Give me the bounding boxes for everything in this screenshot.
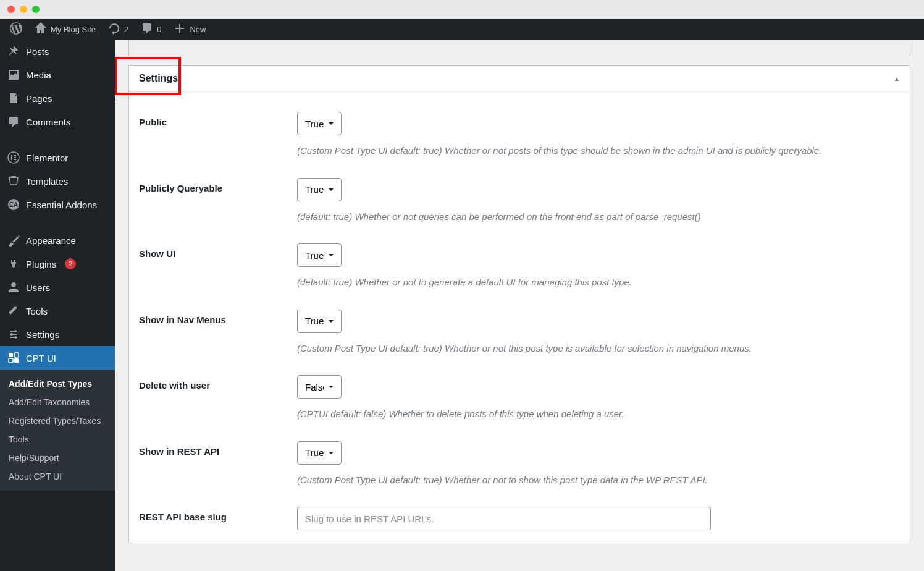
submenu-item-add-edit-taxonomies[interactable]: Add/Edit Taxonomies [0,393,115,412]
setting-select-show-in-nav-menus[interactable]: TrueFalse [297,310,342,333]
menu-label: Media [26,70,51,80]
svg-point-8 [14,330,17,332]
comments-menu[interactable]: 0 [135,19,167,40]
setting-description: (Custom Post Type UI default: true) Whet… [297,473,841,488]
comments-icon [7,116,20,128]
templates-icon [7,175,20,187]
annotation-arrow [115,94,121,131]
setting-select-show-in-rest-api[interactable]: TrueFalse [297,441,342,465]
ea-icon: EA [7,198,20,211]
setting-label: Show UI [139,243,297,290]
submenu-item-about-cpt-ui[interactable]: About CPT UI [0,467,115,486]
setting-row-rest-api-base-slug: REST API base slug [139,487,900,530]
window-minimize-button[interactable] [20,6,27,13]
setting-select-delete-with-user[interactable]: TrueFalse [297,375,342,399]
menu-item-tools[interactable]: Tools [0,299,115,323]
menu-label: Tools [26,306,48,316]
menu-label: Templates [26,176,68,187]
menu-item-cpt-ui[interactable]: CPT UI [0,346,115,370]
menu-item-comments[interactable]: Comments [0,110,115,133]
setting-description: (Custom Post Type UI default: true) Whet… [297,342,841,356]
menu-item-posts[interactable]: Posts [0,40,115,63]
postbox-header[interactable]: Settings ▲ [129,66,910,92]
setting-row-show-ui: Show UITrueFalse(default: true) Whether … [139,224,900,290]
setting-label: Show in Nav Menus [139,310,297,356]
menu-label: Pages [26,93,52,104]
plus-icon [174,22,186,36]
submenu-item-registered-types-taxes[interactable]: Registered Types/Taxes [0,412,115,430]
svg-rect-11 [9,353,13,357]
tools-icon [7,305,20,317]
submenu-item-help-support[interactable]: Help/Support [0,449,115,467]
menu-item-templates[interactable]: Templates [0,169,115,193]
svg-text:EA: EA [9,201,18,208]
wp-adminbar: My Blog Site 2 0 New [0,19,924,40]
wp-content: Settings ▲ PublicTrueFalse(Custom Post T… [115,40,924,571]
menu-label: Settings [26,329,59,340]
svg-point-10 [14,336,17,339]
setting-select-publicly-queryable[interactable]: TrueFalse [297,178,342,201]
setting-label: Public [139,112,297,158]
svg-point-9 [10,333,13,336]
pin-icon [7,45,20,57]
submenu-item-add-edit-post-types[interactable]: Add/Edit Post Types [0,374,115,393]
window-close-button[interactable] [7,6,15,13]
appearance-icon [7,234,20,247]
svg-rect-3 [14,157,16,158]
setting-select-public[interactable]: TrueFalse [297,112,342,135]
setting-label: Publicly Queryable [139,178,297,224]
svg-rect-5 [11,176,16,178]
menu-label: Plugins [26,259,56,269]
setting-description: (Custom Post Type UI default: true) Whet… [297,144,841,158]
wp-logo-menu[interactable] [4,19,28,40]
settings-icon [7,328,20,340]
wp-adminmenu: PostsMediaPagesComments ElementorTemplat… [0,40,115,571]
postbox-title: Settings [139,73,178,84]
setting-row-delete-with-user: Delete with userTrueFalse(CPTUI default:… [139,355,900,421]
update-badge: 2 [65,258,76,269]
rest-api-base-slug-input[interactable] [297,507,711,530]
content-spacer [128,40,910,56]
users-icon [7,281,20,294]
new-label: New [190,25,206,34]
new-content-menu[interactable]: New [167,19,212,40]
menu-item-pages[interactable]: Pages [0,87,115,110]
menu-item-elementor[interactable]: Elementor [0,146,115,169]
svg-rect-1 [11,155,12,160]
menu-label: Comments [26,117,71,127]
setting-description: (default: true) Whether or not queries c… [297,210,841,224]
setting-row-publicly-queryable: Publicly QueryableTrueFalse(default: tru… [139,158,900,224]
setting-row-show-in-rest-api: Show in REST APITrueFalse(Custom Post Ty… [139,421,900,488]
media-icon [7,69,20,81]
menu-item-plugins[interactable]: Plugins2 [0,252,115,276]
menu-item-media[interactable]: Media [0,63,115,87]
setting-label: Show in REST API [139,441,297,488]
setting-select-show-ui[interactable]: TrueFalse [297,243,342,267]
svg-rect-2 [14,155,16,156]
page-icon [7,92,20,104]
comments-icon [141,22,153,36]
toggle-icon[interactable]: ▲ [894,75,900,82]
home-icon [35,22,47,36]
updates-count: 2 [124,25,128,34]
setting-label: Delete with user [139,375,297,421]
menu-label: Users [26,282,50,293]
updates-menu[interactable]: 2 [102,19,135,40]
menu-item-users[interactable]: Users [0,276,115,299]
window-maximize-button[interactable] [32,6,40,13]
setting-description: (CPTUI default: false) Whether to delete… [297,407,841,421]
site-title: My Blog Site [51,25,96,34]
cpt-ui-icon [7,352,20,364]
menu-item-settings[interactable]: Settings [0,323,115,346]
svg-rect-13 [9,358,13,363]
menu-item-appearance[interactable]: Appearance [0,229,115,252]
svg-rect-12 [14,353,19,357]
elementor-icon [7,151,20,164]
plugins-icon [7,258,20,270]
menu-item-essential-addons[interactable]: EAEssential Addons [0,193,115,216]
menu-label: Essential Addons [26,200,97,210]
svg-rect-4 [14,159,16,160]
submenu-item-tools[interactable]: Tools [0,430,115,449]
menu-label: Posts [26,46,49,57]
site-name-menu[interactable]: My Blog Site [28,19,102,40]
